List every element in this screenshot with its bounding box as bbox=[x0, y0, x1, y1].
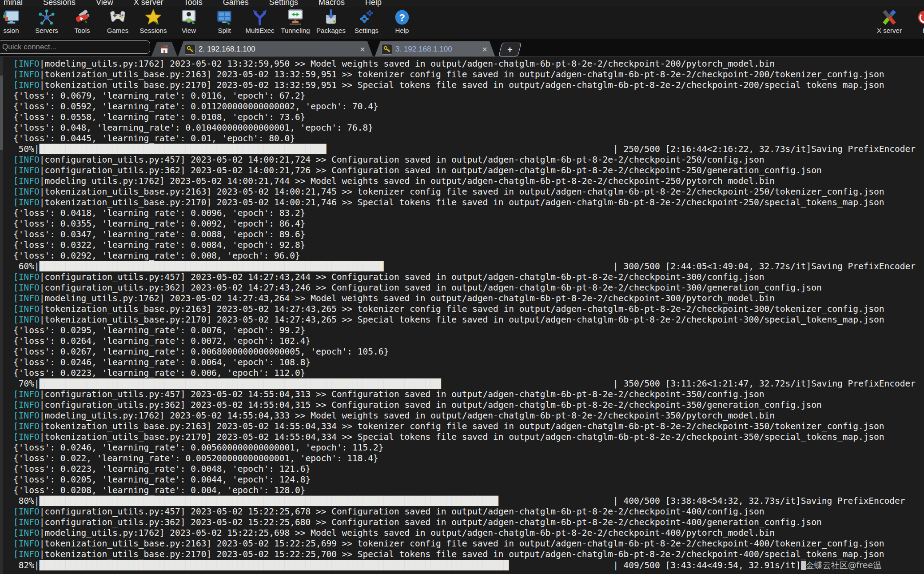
settings-gears-icon bbox=[357, 8, 376, 27]
terminal-line-info: [INFO|configuration_utils.py:457] 2023-0… bbox=[13, 155, 916, 165]
terminal-line-loss: {'loss': 0.0322, 'learning_rate': 0.0084… bbox=[13, 240, 916, 251]
tools-button[interactable]: Tools bbox=[64, 8, 100, 34]
games-button[interactable]: Games bbox=[100, 8, 135, 34]
new-tab-button[interactable]: + bbox=[498, 43, 522, 56]
tab-home[interactable] bbox=[151, 42, 178, 57]
menu-item-sessions[interactable]: Sessions bbox=[43, 0, 76, 7]
terminal-line-loss: {'loss': 0.0592, 'learning_rate': 0.0112… bbox=[13, 101, 916, 112]
settings-label: Settings bbox=[354, 27, 378, 34]
terminal-panel: [INFO|modeling_utils.py:1762] 2023-05-02… bbox=[0, 56, 924, 574]
terminal-line-info: [INFO|tokenization_utils_base.py:2163] 2… bbox=[13, 538, 916, 549]
menu-item-games[interactable]: Games bbox=[223, 0, 249, 7]
terminal-line-info: [INFO|configuration_utils.py:362] 2023-0… bbox=[13, 517, 916, 528]
quick-connect-input[interactable] bbox=[0, 40, 150, 54]
split-button[interactable]: Split bbox=[207, 8, 242, 34]
view-button[interactable]: View bbox=[171, 8, 207, 34]
terminal-line-loss: {'loss': 0.0355, 'learning_rate': 0.0092… bbox=[13, 219, 916, 229]
terminal-line-loss: {'loss': 0.0205, 'learning_rate': 0.0044… bbox=[13, 474, 916, 485]
terminal-line-loss: {'loss': 0.0347, 'learning_rate': 0.0088… bbox=[13, 229, 916, 240]
split-window-icon bbox=[215, 8, 234, 27]
terminal-line-loss: {'loss': 0.0246, 'learning_rate': 0.0056… bbox=[13, 442, 916, 453]
servers-button[interactable]: Servers bbox=[29, 8, 64, 34]
terminal-line-progress: 80%|████████████████████████████████████… bbox=[13, 496, 916, 506]
terminal-line-info: [INFO|tokenization_utils_base.py:2170] 2… bbox=[13, 80, 916, 91]
terminal-line-info: [INFO|modeling_utils.py:1762] 2023-05-02… bbox=[13, 411, 916, 421]
terminal-line-info: [INFO|configuration_utils.py:457] 2023-0… bbox=[13, 272, 916, 283]
sessions-star-icon bbox=[143, 8, 163, 27]
menu-item-macros[interactable]: Macros bbox=[319, 0, 345, 7]
sessions-label: Sessions bbox=[140, 27, 167, 34]
xserver-button[interactable]: X server bbox=[872, 8, 907, 34]
servers-network-icon bbox=[37, 8, 56, 27]
menu-item-help[interactable]: Help bbox=[365, 0, 382, 7]
terminal-line-loss: {'loss': 0.0264, 'learning_rate': 0.0072… bbox=[13, 336, 916, 347]
session-button[interactable]: ssion bbox=[0, 8, 29, 34]
terminal-line-info: [INFO|modeling_utils.py:1762] 2023-05-02… bbox=[13, 528, 916, 538]
tab-label: 2. 192.168.1.100 bbox=[199, 45, 255, 54]
terminal-line-info: [INFO|tokenization_utils_base.py:2163] 2… bbox=[13, 69, 916, 80]
games-label: Games bbox=[107, 27, 128, 34]
menu-item-tools[interactable]: Tools bbox=[184, 0, 203, 7]
terminal-scrollbar[interactable] bbox=[0, 57, 3, 574]
key-icon bbox=[185, 44, 195, 55]
view-user-screen-icon bbox=[179, 8, 199, 27]
menu-item-settings[interactable]: Settings bbox=[269, 0, 298, 7]
tab-close-icon[interactable]: × bbox=[482, 45, 487, 54]
settings-button[interactable]: Settings bbox=[349, 8, 384, 34]
terminal-line-info: [INFO|tokenization_utils_base.py:2170] 2… bbox=[13, 197, 916, 208]
terminal-line-info: [INFO|configuration_utils.py:362] 2023-0… bbox=[13, 283, 916, 293]
watermark-text: 金蝶云社区@free温 bbox=[806, 560, 881, 570]
packages-label: Packages bbox=[316, 27, 346, 34]
terminal-line-loss: {'loss': 0.0292, 'learning_rate': 0.008,… bbox=[13, 251, 916, 261]
help-button[interactable]: ?Help bbox=[384, 8, 420, 34]
exit-power-icon bbox=[915, 8, 924, 27]
terminal-line-info: [INFO|configuration_utils.py:457] 2023-0… bbox=[13, 506, 916, 517]
exit-button[interactable]: E bbox=[907, 8, 924, 34]
tunneling-button[interactable]: Tunneling bbox=[278, 8, 313, 34]
help-label: Help bbox=[395, 27, 409, 34]
terminal-line-info: [INFO|configuration_utils.py:362] 2023-0… bbox=[13, 165, 916, 176]
terminal-line-info: [INFO|tokenization_utils_base.py:2170] 2… bbox=[13, 315, 916, 325]
terminal-scrollbar-thumb[interactable] bbox=[0, 76, 3, 150]
terminal-output[interactable]: [INFO|modeling_utils.py:1762] 2023-05-02… bbox=[13, 59, 916, 570]
terminal-line-progress: 70%|████████████████████████████████████… bbox=[13, 379, 916, 389]
terminal-line-loss: {'loss': 0.0418, 'learning_rate': 0.0096… bbox=[13, 208, 916, 219]
tab-close-icon[interactable]: × bbox=[360, 45, 365, 54]
sessions-button[interactable]: Sessions bbox=[135, 8, 171, 34]
split-label: Split bbox=[218, 27, 231, 34]
help-question-icon: ? bbox=[392, 8, 412, 27]
terminal-line-info: [INFO|configuration_utils.py:362] 2023-0… bbox=[13, 400, 916, 411]
terminal-line-loss: {'loss': 0.048, 'learning_rate': 0.01040… bbox=[13, 123, 916, 133]
multiexec-button[interactable]: MultiExec bbox=[242, 8, 278, 34]
multiexec-fork-icon bbox=[250, 8, 270, 27]
session-tab-2[interactable]: 2. 192.168.1.100× bbox=[178, 41, 373, 57]
terminal-line-info: [INFO|tokenization_utils_base.py:2170] 2… bbox=[13, 432, 916, 442]
svg-text:?: ? bbox=[399, 12, 405, 23]
packages-button[interactable]: Packages bbox=[313, 8, 349, 34]
terminal-line-info: [INFO|configuration_utils.py:457] 2023-0… bbox=[13, 389, 916, 400]
tools-swiss-knife-icon bbox=[72, 8, 92, 27]
terminal-line-loss: {'loss': 0.0679, 'learning_rate': 0.0116… bbox=[13, 91, 916, 101]
games-gamepad-icon bbox=[108, 8, 127, 27]
session-tab-3-active[interactable]: 3. 192.168.1.100× bbox=[374, 41, 495, 57]
menu-item-x-server[interactable]: X server bbox=[134, 0, 163, 7]
tab-bar: 2. 192.168.1.100×3. 192.168.1.100× + bbox=[0, 39, 924, 57]
terminal-line-loss: {'loss': 0.0208, 'learning_rate': 0.004,… bbox=[13, 485, 916, 496]
key-icon bbox=[382, 44, 392, 55]
terminal-line-loss: {'loss': 0.0223, 'learning_rate': 0.006,… bbox=[13, 368, 916, 379]
terminal-line-loss: {'loss': 0.0246, 'learning_rate': 0.0064… bbox=[13, 357, 916, 368]
menu-item-view[interactable]: View bbox=[96, 0, 113, 7]
terminal-line-info: [INFO|tokenization_utils_base.py:2170] 2… bbox=[13, 549, 916, 560]
terminal-line-info: [INFO|tokenization_utils_base.py:2163] 2… bbox=[13, 187, 916, 197]
terminal-cursor bbox=[801, 561, 806, 570]
tunneling-arrows-icon bbox=[286, 8, 305, 27]
servers-label: Servers bbox=[35, 27, 58, 34]
terminal-line-loss: {'loss': 0.0558, 'learning_rate': 0.0108… bbox=[13, 112, 916, 123]
terminal-line-progress: 50%|████████████████████████████████████… bbox=[13, 144, 916, 155]
new-tab-plus-icon: + bbox=[507, 45, 513, 54]
terminal-line-loss: {'loss': 0.0223, 'learning_rate': 0.0048… bbox=[13, 464, 916, 474]
packages-download-icon bbox=[321, 8, 341, 27]
tools-label: Tools bbox=[74, 27, 90, 34]
home-icon bbox=[159, 44, 170, 56]
menu-item-terminal[interactable]: minal bbox=[4, 0, 23, 7]
